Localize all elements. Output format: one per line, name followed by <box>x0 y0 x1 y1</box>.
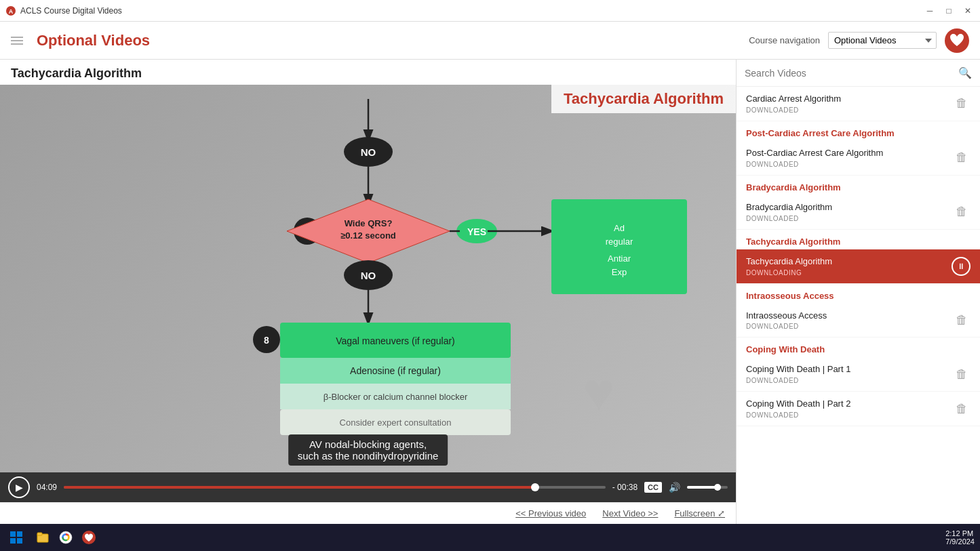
svg-text:Wide QRS?: Wide QRS? <box>344 218 392 228</box>
chrome-icon <box>59 531 73 544</box>
video-item-title-coping-part2: Coping With Death | Part 2 <box>746 399 953 410</box>
svg-text:8: 8 <box>264 335 269 346</box>
video-item-info-cardiac-arrest-alg: Cardiac Arrest AlgorithmDOWNLOADED <box>746 94 953 114</box>
svg-text:NO: NO <box>360 146 376 158</box>
svg-rect-16 <box>551 199 687 294</box>
sidebar-list: Cardiac Arrest AlgorithmDOWNLOADED🗑Post-… <box>737 87 980 524</box>
header-nav: Course navigation Optional Videos Requir… <box>749 28 969 53</box>
title-bar-text: ACLS Course Digital Videos <box>20 6 923 16</box>
delete-btn-coping-part2[interactable]: 🗑 <box>953 401 971 417</box>
video-item-intraosseous-alg[interactable]: Intraosseous AccessDOWNLOADED🗑 <box>737 304 980 338</box>
delete-btn-post-cardiac-alg[interactable]: 🗑 <box>953 149 971 166</box>
svg-rect-36 <box>17 531 22 537</box>
video-item-status-intraosseous-alg: DOWNLOADED <box>746 323 953 330</box>
taskbar-chrome[interactable] <box>56 527 76 548</box>
cc-button[interactable]: CC <box>644 482 662 493</box>
video-item-title-tachycardia-alg: Tachycardia Algorithm <box>746 256 946 268</box>
svg-text:A: A <box>9 8 14 15</box>
delete-btn-bradycardia-alg[interactable]: 🗑 <box>953 203 971 220</box>
video-title-text: Tachycardia Algorithm <box>564 90 724 107</box>
svg-text:Vagal maneuvers (if regular): Vagal maneuvers (if regular) <box>336 335 455 346</box>
svg-rect-38 <box>17 538 22 544</box>
video-item-info-intraosseous-alg: Intraosseous AccessDOWNLOADED <box>746 310 953 331</box>
video-item-title-coping-part1: Coping With Death | Part 1 <box>746 364 953 375</box>
hamburger-menu[interactable] <box>11 37 23 45</box>
video-item-status-coping-part2: DOWNLOADED <box>746 411 953 419</box>
video-background: NO 6 Wide QRS? ≥0.12 second YES <box>0 85 736 472</box>
app-header: Optional Videos Course navigation Option… <box>0 22 980 60</box>
video-item-bradycardia-alg[interactable]: Bradycardia AlgorithmDOWNLOADED🗑 <box>737 195 980 230</box>
svg-text:regular: regular <box>605 237 633 247</box>
current-time: 04:09 <box>37 483 57 492</box>
svg-text:♥: ♥ <box>583 362 615 422</box>
svg-text:Exp: Exp <box>611 267 626 277</box>
video-controls: ▶ 04:09 - 00:38 CC 🔊 <box>0 472 736 502</box>
volume-thumb <box>714 484 721 491</box>
video-nav: << Previous video Next Video >> Fullscre… <box>0 502 736 524</box>
remaining-time: - 00:38 <box>612 483 638 492</box>
video-item-status-coping-part1: DOWNLOADED <box>746 377 953 384</box>
video-item-post-cardiac-alg[interactable]: Post-Cardiac Arrest Care AlgorithmDOWNLO… <box>737 141 980 176</box>
svg-point-42 <box>64 535 68 539</box>
progress-thumb <box>531 483 539 491</box>
taskbar-app[interactable] <box>79 527 99 548</box>
video-item-status-tachycardia-alg: DOWNLOADING <box>746 269 946 277</box>
section-header-coping: Coping With Death <box>737 338 980 357</box>
title-bar-controls: ─ □ ✕ <box>923 4 975 18</box>
section-header-bradycardia: Bradycardia Algorithm <box>737 176 980 195</box>
svg-text:YES: YES <box>467 226 486 237</box>
video-container: NO 6 Wide QRS? ≥0.12 second YES <box>0 85 736 472</box>
video-item-coping-part2[interactable]: Coping With Death | Part 2DOWNLOADED🗑 <box>737 392 980 426</box>
taskbar-file-explorer[interactable] <box>33 527 53 548</box>
svg-rect-37 <box>10 538 16 544</box>
play-button[interactable]: ▶ <box>8 476 30 498</box>
progress-bar[interactable] <box>64 486 606 489</box>
svg-text:Ad: Ad <box>614 223 625 233</box>
course-nav-select[interactable]: Optional Videos Required Videos <box>828 32 937 49</box>
windows-logo-icon <box>9 531 23 544</box>
svg-rect-40 <box>37 533 42 535</box>
taskbar: 2:12 PM 7/9/2024 <box>0 524 980 551</box>
svg-text:β-Blocker or calcium channel b: β-Blocker or calcium channel blocker <box>323 392 467 402</box>
svg-text:Consider expert consultation: Consider expert consultation <box>339 417 451 428</box>
video-item-info-tachycardia-alg: Tachycardia AlgorithmDOWNLOADING <box>746 256 946 277</box>
progress-fill <box>64 486 535 489</box>
section-header-intraosseous: Intraosseous Access <box>737 284 980 304</box>
start-button[interactable] <box>5 527 27 548</box>
app-icon: A <box>5 5 16 16</box>
pause-btn-tachycardia-alg[interactable]: ⏸ <box>952 257 971 276</box>
taskbar-icons <box>33 527 99 548</box>
delete-btn-cardiac-arrest-alg[interactable]: 🗑 <box>953 95 971 112</box>
video-item-status-bradycardia-alg: DOWNLOADED <box>746 215 953 222</box>
fullscreen-link[interactable]: Fullscreen ⤢ <box>674 508 725 518</box>
main-content: Tachycardia Algorithm NO <box>0 60 980 524</box>
taskbar-time: 2:12 PM 7/9/2024 <box>945 529 975 546</box>
minimize-button[interactable]: ─ <box>923 4 937 18</box>
video-item-cardiac-arrest-alg[interactable]: Cardiac Arrest AlgorithmDOWNLOADED🗑 <box>737 87 980 121</box>
video-item-coping-part1[interactable]: Coping With Death | Part 1DOWNLOADED🗑 <box>737 357 980 392</box>
search-input[interactable] <box>745 68 953 79</box>
close-button[interactable]: ✕ <box>961 4 975 18</box>
maximize-button[interactable]: □ <box>942 4 956 18</box>
video-item-tachycardia-alg[interactable]: Tachycardia AlgorithmDOWNLOADING⏸ <box>737 249 980 284</box>
svg-text:NO: NO <box>360 270 376 281</box>
app-logo: Optional Videos <box>11 32 150 49</box>
video-title-overlay: Tachycardia Algorithm <box>551 85 736 113</box>
delete-btn-coping-part1[interactable]: 🗑 <box>953 366 971 383</box>
course-nav-label: Course navigation <box>749 35 820 45</box>
video-section: Tachycardia Algorithm NO <box>0 60 736 524</box>
previous-video-link[interactable]: << Previous video <box>515 508 586 518</box>
section-header-tachycardia: Tachycardia Algorithm <box>737 230 980 249</box>
svg-text:Adenosine (if regular): Adenosine (if regular) <box>350 365 441 376</box>
title-bar: A ACLS Course Digital Videos ─ □ ✕ <box>0 0 980 22</box>
pause-icon: ⏸ <box>957 262 965 271</box>
page-title: Tachycardia Algorithm <box>0 60 736 85</box>
video-item-title-bradycardia-alg: Bradycardia Algorithm <box>746 202 953 213</box>
volume-fill <box>687 486 718 489</box>
search-icon: 🔍 <box>958 66 972 79</box>
app-title: Optional Videos <box>37 32 150 49</box>
next-video-link[interactable]: Next Video >> <box>602 508 658 518</box>
delete-btn-intraosseous-alg[interactable]: 🗑 <box>953 312 971 329</box>
video-item-status-post-cardiac-alg: DOWNLOADED <box>746 161 953 168</box>
volume-bar[interactable] <box>687 486 728 489</box>
